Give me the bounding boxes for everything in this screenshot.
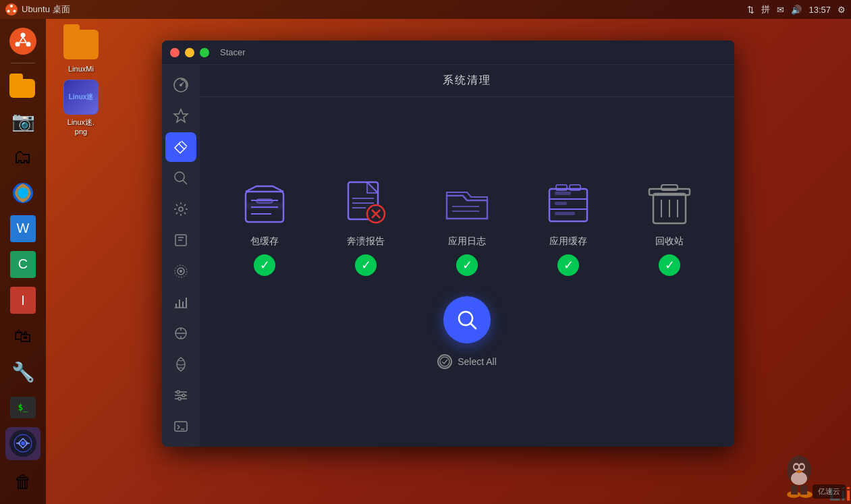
clean-items-row: 包缓存 ✓: [227, 175, 707, 276]
svg-line-82: [470, 323, 476, 329]
sidebar-item-dashboard[interactable]: [165, 70, 196, 100]
sidebar-item-cleaner[interactable]: [165, 132, 196, 162]
yisuiyun-badge: 亿速云: [813, 484, 846, 499]
dock-item-firefox[interactable]: [5, 176, 40, 209]
svg-line-20: [179, 142, 181, 144]
folder-icon: [63, 27, 99, 62]
topbar: Ubuntu 桌面 ⇅ 拼 ✉ 🔊 13:57 ⚙: [0, 0, 851, 19]
sidebar-item-search[interactable]: [165, 163, 196, 193]
dock-item-ubuntu[interactable]: [5, 24, 40, 57]
package-cache-label: 包缓存: [250, 235, 279, 248]
topbar-right: ⇅ 拼 ✉ 🔊 13:57 ⚙: [747, 3, 846, 16]
dock-item-trash[interactable]: 🗑: [5, 466, 40, 499]
clock: 13:57: [808, 5, 831, 15]
stacer-sidebar: [162, 65, 200, 447]
app-cache-check[interactable]: ✓: [557, 254, 579, 276]
desktop: Ubuntu 桌面 ⇅ 拼 ✉ 🔊 13:57 ⚙: [0, 0, 851, 504]
svg-point-44: [177, 391, 180, 393]
window-title: Stacer: [220, 47, 246, 57]
svg-rect-70: [555, 192, 571, 195]
linux-mi-thumbnail: Linux迷: [63, 80, 99, 115]
search-button-area: Select All: [437, 296, 497, 369]
svg-point-2: [13, 10, 16, 13]
sidebar-item-resources[interactable]: [165, 256, 196, 286]
sidebar-item-settings2[interactable]: [165, 381, 196, 410]
svg-point-23: [175, 172, 184, 181]
dock-separator-1: [11, 63, 35, 63]
package-cache-check[interactable]: ✓: [254, 254, 275, 276]
app-logs-label: 应用日志: [448, 235, 486, 248]
svg-point-90: [796, 470, 802, 473]
select-all-row[interactable]: Select All: [437, 354, 497, 369]
dock-item-software[interactable]: 🛍: [5, 320, 40, 353]
scan-button[interactable]: [443, 296, 491, 343]
dock-item-stacer[interactable]: [5, 427, 40, 460]
window-maximize-button[interactable]: [200, 48, 209, 57]
dock-item-calc[interactable]: C: [5, 248, 40, 281]
crash-reports-label: 奔溃报告: [347, 235, 385, 248]
network-icon: ⇅: [747, 5, 754, 15]
svg-point-14: [21, 441, 25, 445]
trash-label: 回收站: [655, 235, 684, 248]
dock-item-writer[interactable]: W: [5, 212, 40, 245]
svg-point-25: [179, 207, 183, 211]
svg-point-88: [794, 465, 798, 469]
window-minimize-button[interactable]: [185, 48, 194, 57]
app-cache-label: 应用缓存: [549, 235, 587, 248]
svg-point-7: [16, 42, 20, 47]
svg-point-1: [10, 5, 13, 7]
sidebar-item-gnome[interactable]: [165, 349, 196, 379]
sidebar-item-uninstaller[interactable]: [165, 225, 196, 255]
svg-rect-56: [256, 199, 273, 203]
desktop-icon-linuxmi[interactable]: LinuxMi: [54, 27, 108, 73]
app-cache-icon: [538, 175, 599, 229]
dock-item-documents[interactable]: 🗂: [5, 140, 40, 173]
app-logs-icon: [437, 175, 497, 229]
topbar-left: Ubuntu 桌面: [5, 3, 70, 16]
desktop-icons: LinuxMi Linux迷 Linux迷.png: [54, 27, 108, 136]
window-titlebar: Stacer: [162, 40, 734, 65]
clean-grid: 包缓存 ✓: [200, 97, 734, 447]
dock-item-terminal[interactable]: $_: [5, 391, 40, 424]
crash-reports-icon: [335, 175, 396, 229]
svg-point-46: [178, 397, 181, 400]
window-close-button[interactable]: [170, 48, 180, 57]
ime-icon: 拼: [761, 3, 770, 16]
svg-rect-47: [175, 422, 187, 431]
svg-rect-94: [800, 485, 807, 495]
clean-item-crash-reports: 奔溃报告 ✓: [329, 175, 403, 276]
svg-point-6: [26, 42, 31, 47]
sidebar-item-apt[interactable]: [165, 318, 196, 348]
dock-item-files[interactable]: [5, 69, 40, 102]
trash-check[interactable]: ✓: [659, 254, 680, 276]
clean-item-app-logs: 应用日志 ✓: [430, 175, 504, 276]
svg-line-22: [182, 141, 187, 146]
trash-icon: [639, 175, 700, 229]
svg-point-19: [180, 84, 182, 86]
crash-reports-check[interactable]: ✓: [355, 254, 377, 276]
sidebar-item-startup[interactable]: [165, 101, 196, 131]
svg-rect-72: [555, 212, 575, 215]
stacer-content: 系统清理: [200, 65, 734, 447]
clean-item-trash: 回收站 ✓: [632, 175, 707, 276]
window-body: 系统清理: [162, 65, 734, 447]
ubuntu-logo: [5, 3, 18, 16]
select-all-label: Select All: [458, 356, 497, 367]
sidebar-item-stats[interactable]: [165, 287, 196, 317]
dock: 📷 🗂 W C I: [0, 19, 46, 504]
svg-rect-93: [791, 485, 798, 495]
package-cache-icon: [234, 175, 295, 229]
sidebar-item-terminal[interactable]: [165, 412, 196, 441]
desktop-icon-linuxmipng[interactable]: Linux迷 Linux迷.png: [54, 80, 108, 136]
dock-item-settings[interactable]: 🔧: [5, 356, 40, 389]
svg-point-3: [7, 10, 10, 13]
sidebar-item-services[interactable]: [165, 194, 196, 224]
folder-label: LinuxMi: [68, 65, 94, 73]
app-logs-check[interactable]: ✓: [456, 254, 478, 276]
svg-point-85: [791, 472, 807, 485]
svg-point-5: [21, 32, 26, 37]
volume-icon: 🔊: [791, 5, 802, 15]
dock-item-impress[interactable]: I: [5, 283, 40, 316]
dock-item-camera[interactable]: 📷: [5, 105, 40, 138]
topbar-title: Ubuntu 桌面: [22, 3, 70, 16]
